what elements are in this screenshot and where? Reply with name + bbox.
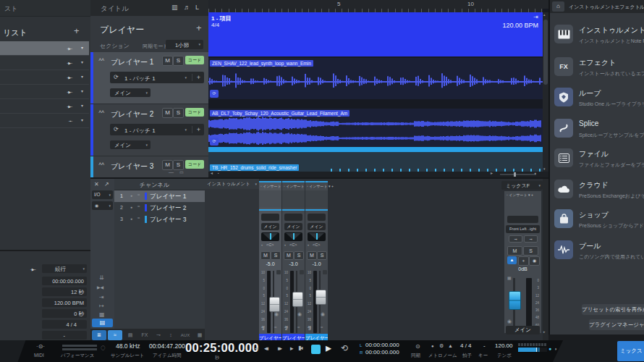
clip-name-3[interactable]: TB_HR_152_drums_solid_ride_smasher [210,164,299,171]
mute-button[interactable]: M [162,160,173,170]
metronome-icon[interactable]: ▲ [448,343,453,348]
tab-aux[interactable]: AUX [177,330,193,340]
narrow-strips-icon[interactable]: ▶◀ [97,285,103,290]
player-block-2[interactable]: ˄˄ プレイヤー 2 M S コード ⟳ 1 - パッチ 1 ▾ + メイン ▾ [90,104,208,156]
loop-end-time[interactable]: 00:00:00.000 [365,349,399,355]
chevron-down-icon[interactable]: ▾ [81,59,83,64]
chevron-down-icon[interactable]: ▾ [81,88,83,93]
play-button[interactable]: ▸ [326,341,331,355]
scroll-down-icon[interactable]: ▾ [543,167,546,171]
output-selector[interactable]: メイン [284,223,302,230]
length-field[interactable]: 12 秒 [42,287,87,296]
list-item[interactable]: –▶– ▾ [0,56,89,70]
section-follow-icon[interactable]: ⇥ [533,14,538,20]
solo-button[interactable]: S [317,251,327,260]
scroll-up-icon[interactable]: ▴ [543,12,546,17]
playback-mode-dropdown[interactable]: 続行 ▾ [42,264,87,273]
insert-power-icon[interactable]: ◦ [260,184,262,188]
mini-button[interactable] [300,270,304,274]
browser-tab-instruments[interactable]: インストゥルメント [569,4,615,11]
chevron-down-icon[interactable]: ▾ [81,117,83,122]
browser-tab-effects[interactable]: エフェクト [614,4,640,11]
chord-badge[interactable]: コード [185,56,204,64]
rewind-icon[interactable]: ◂◂ [264,345,266,352]
automation-icon[interactable]: ◉ [321,311,325,317]
add-player-button[interactable]: + [196,22,202,33]
next-marker-icon[interactable]: ▸ [290,345,294,352]
preset-box[interactable] [284,214,302,221]
player-block-1[interactable]: ˄˄ プレイヤー 1 M S コード ⟳ 1 - パッチ 1 ▾ + メイン ▾ [90,52,208,104]
mix-console-button[interactable]: ミックス [617,341,644,361]
metronome-dot-icon[interactable]: ● [431,344,434,348]
chevron-down-icon[interactable]: ▾ [81,74,83,79]
fader-handle[interactable] [315,290,326,305]
clip-gain-icon[interactable]: ⟳ [210,138,219,146]
fader-handle[interactable] [269,297,280,312]
start-time-field[interactable]: 00:00:00.000 [42,277,87,285]
plugin-manager-button[interactable]: プラグインマネージャー [589,319,644,330]
insert-power-icon[interactable]: ◦ [507,193,508,197]
cycle-icon[interactable]: ⟳ [114,74,119,80]
list-item[interactable]: –▶– ▾ [0,99,89,114]
mute-button[interactable]: M [162,108,173,118]
mute-button[interactable]: M [260,251,271,260]
browser-item-loops[interactable]: ループ Studio One ループライブラリを [550,88,644,118]
tab-external[interactable]: ▦ [195,330,205,340]
grid-icon[interactable]: ▦ [507,275,512,280]
close-icon[interactable]: ✕ [94,181,99,188]
scroll-right-icon[interactable]: ▸ [491,170,493,175]
add-patch-button[interactable]: + [192,74,200,81]
tab-fx[interactable]: FX [138,330,151,340]
mini-button[interactable] [323,270,327,274]
rebuild-preset-index-button[interactable]: プリセットの索引を再作成 [582,304,644,315]
stop-button[interactable] [311,345,321,354]
expand-right-icon[interactable]: ▸ [543,329,546,334]
scrollbar-thumb[interactable] [543,20,548,85]
insert-slot-area[interactable] [259,190,281,208]
browser-item-pool[interactable]: プール このソング内で使用されているフ [550,240,644,271]
browser-item-cloud[interactable]: クラウド PreSonus Exchangeおよびその他 [550,180,644,210]
horizontal-scrollbar[interactable]: ◂ ▪ ▸ ● [208,172,548,177]
solo-button[interactable]: S [271,251,281,260]
performance-label[interactable]: パフォーマンス [61,353,94,359]
tempo-field[interactable]: 120.00 BPM [42,298,87,307]
browser-tab-loops[interactable]: ルー [640,4,644,11]
list-view-icon[interactable]: L [195,4,199,11]
patch-selector[interactable]: ⟳ 1 - パッチ 1 ▾ + [110,124,204,135]
monitor-button[interactable]: ◉ [529,256,540,266]
mute-button[interactable]: M [507,246,522,256]
vertical-scrollbar[interactable]: ▴ ▾ [543,12,548,172]
automation-icon[interactable]: ◉ [507,319,512,324]
chevron-down-icon[interactable]: ▾ [284,243,286,247]
list-item[interactable]: –▪– ▾ [0,114,89,128]
route-button-b[interactable]: ⊸ [524,235,538,243]
chevron-down-icon[interactable]: ▾ [81,103,83,108]
zoom-slider-track[interactable] [500,174,536,175]
time-signature-field[interactable]: 4 / 4 [42,320,87,329]
loop-start-time[interactable]: 00:00:00.000 [365,342,399,348]
tab-channels[interactable]: ≈ [108,330,122,340]
audio-track-2[interactable]: AB_DL7_Toby_Schay_120_Acoustic_Guitar_Le… [208,109,543,147]
monitor-toggle-icon[interactable]: ● [548,346,551,351]
sync-power-icon[interactable]: ⊙ [415,343,420,350]
scroll-left-icon[interactable]: ◂ [211,170,213,175]
automation-icon[interactable]: ◉ [297,311,302,317]
solo-button[interactable]: S [173,160,184,170]
prev-marker-icon[interactable]: ◂ [255,345,258,352]
detach-icon[interactable]: ↗ [104,181,109,188]
browser-home-tab[interactable]: ⌂ [552,1,564,12]
main-volume-value[interactable]: 0dB [504,266,541,272]
channel-strip-3[interactable]: ◦ インサート ▾ + メイン ▾ <C> M S -1.0 10 5 0 5 … [305,181,328,342]
channel-strip-1[interactable]: ◦ インサート ▾ + メイン ▾ <C> M S -5.0 10 5 0 5 … [259,181,281,342]
mute-button[interactable]: M [307,251,317,260]
list-item[interactable]: –▶– ▾ [0,85,89,99]
chevron-down-icon[interactable]: ▾ [255,182,257,186]
record-dot-icon[interactable]: ● [130,205,132,209]
performance-meter-bar[interactable] [62,348,97,350]
note-icon[interactable]: ♬ [184,4,190,11]
solo-button[interactable]: S [173,108,184,118]
fast-forward-icon[interactable]: ▸▸ [278,345,280,352]
preset-box[interactable] [261,214,279,221]
cycle-icon[interactable]: ⟳ [114,126,119,132]
launcher-view-icon[interactable]: ▥ [171,4,178,11]
